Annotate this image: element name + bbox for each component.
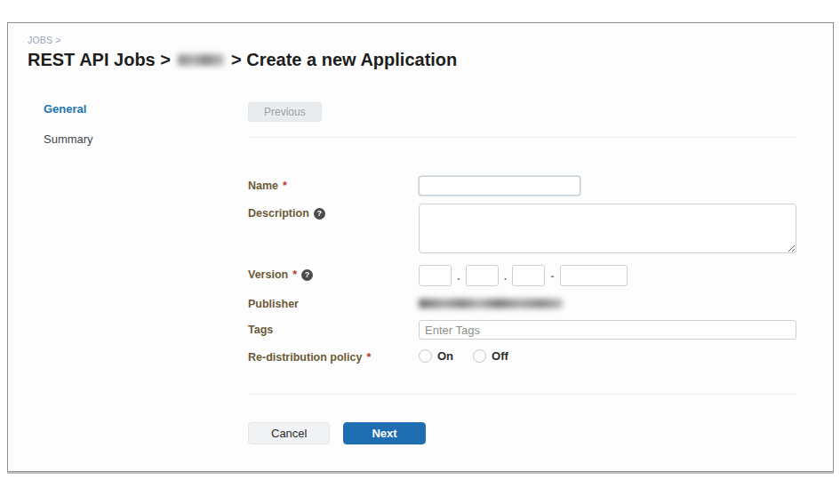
version-separator: . bbox=[504, 269, 508, 283]
wizard-steps-sidebar: General Summary bbox=[28, 102, 248, 444]
page-title-prefix: REST API Jobs > bbox=[28, 50, 171, 70]
main-panel: JOBS > REST API Jobs > > Create a new Ap… bbox=[7, 22, 834, 472]
form-row-publisher: Publisher bbox=[248, 294, 796, 312]
version-minor-input[interactable] bbox=[466, 265, 499, 286]
form-row-version: Version * ? . . - bbox=[248, 265, 796, 286]
version-patch-input[interactable] bbox=[512, 265, 545, 286]
required-asterisk: * bbox=[366, 351, 371, 364]
step-summary[interactable]: Summary bbox=[44, 132, 248, 146]
radio-option-on[interactable]: On bbox=[419, 349, 453, 363]
required-asterisk: * bbox=[292, 268, 297, 281]
form-row-redistribution-policy: Re-distribution policy * On bbox=[248, 348, 796, 364]
publisher-label: Publisher bbox=[248, 294, 419, 310]
version-separator: - bbox=[550, 269, 554, 283]
version-separator: . bbox=[457, 269, 460, 283]
page-title: REST API Jobs > > Create a new Applicati… bbox=[28, 50, 813, 70]
tags-input[interactable] bbox=[419, 320, 796, 340]
tags-label: Tags bbox=[248, 320, 419, 336]
form-row-tags: Tags bbox=[248, 320, 796, 340]
name-input[interactable] bbox=[419, 176, 580, 196]
bottom-divider bbox=[248, 394, 796, 395]
page-title-suffix: > Create a new Application bbox=[231, 50, 457, 70]
description-label: Description ? bbox=[248, 204, 419, 220]
help-icon[interactable]: ? bbox=[314, 208, 325, 220]
form-row-description: Description ? bbox=[248, 204, 796, 257]
radio-off-label[interactable]: Off bbox=[492, 349, 508, 363]
description-textarea[interactable] bbox=[419, 204, 796, 253]
required-asterisk: * bbox=[283, 180, 287, 192]
radio-option-off[interactable]: Off bbox=[473, 349, 508, 363]
next-button[interactable]: Next bbox=[343, 422, 425, 444]
cancel-button[interactable]: Cancel bbox=[248, 422, 330, 444]
application-form: Name * Description ? bbox=[248, 176, 796, 364]
step-general[interactable]: General bbox=[44, 102, 248, 116]
radio-on-label[interactable]: On bbox=[437, 349, 453, 363]
breadcrumb[interactable]: JOBS > bbox=[28, 35, 61, 45]
footer-buttons: Cancel Next bbox=[248, 422, 796, 444]
redacted-job-name bbox=[178, 54, 224, 66]
top-divider bbox=[248, 137, 796, 138]
previous-button[interactable]: Previous bbox=[248, 102, 322, 122]
version-major-input[interactable] bbox=[419, 265, 452, 286]
redistribution-policy-label: Re-distribution policy * bbox=[248, 348, 419, 364]
version-label: Version * ? bbox=[248, 265, 419, 281]
radio-on-circle[interactable] bbox=[419, 349, 432, 363]
version-build-input[interactable] bbox=[560, 265, 628, 286]
name-label: Name * bbox=[248, 176, 419, 192]
publisher-value-redacted bbox=[419, 299, 563, 308]
form-row-name: Name * bbox=[248, 176, 796, 196]
help-icon[interactable]: ? bbox=[301, 269, 313, 281]
radio-off-circle[interactable] bbox=[473, 349, 486, 363]
